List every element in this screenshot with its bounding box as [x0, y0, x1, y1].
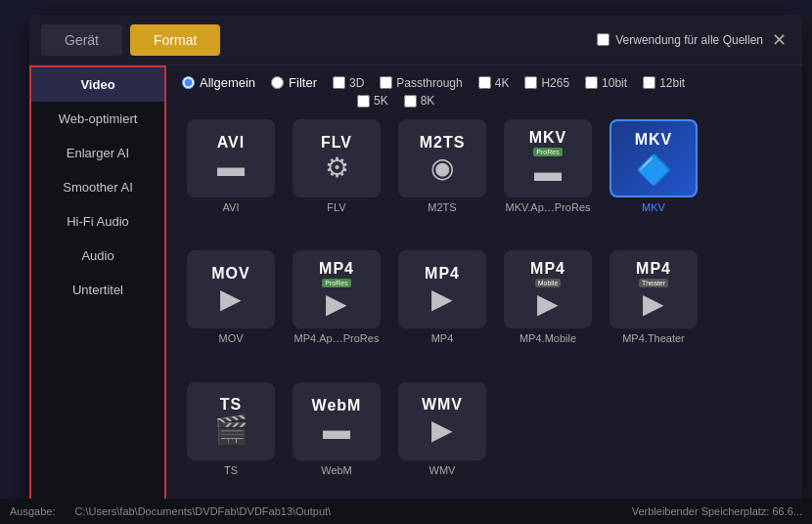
- filters-row-2: 5K 8K: [166, 94, 802, 111]
- format-mkv-prores-label: MKV.Ap…ProRes: [505, 201, 590, 213]
- format-mkv-icon: MKV 🔷: [609, 119, 698, 197]
- sidebar-item-web[interactable]: Web-optimiert: [31, 102, 164, 136]
- checkbox-4k-label: 4K: [495, 76, 510, 90]
- checkbox-8k-label: 8K: [421, 94, 435, 108]
- format-webm-icon: WebM ▬: [293, 382, 381, 460]
- close-button[interactable]: ✕: [767, 28, 790, 52]
- checkbox-12bit-label: 12bit: [659, 76, 685, 90]
- radio-allgemein[interactable]: Allgemein: [182, 75, 255, 90]
- checkbox-3d-label: 3D: [349, 76, 364, 90]
- radio-allgemein-label: Allgemein: [200, 75, 255, 90]
- format-ts[interactable]: TS 🎬 TS: [182, 382, 280, 505]
- format-ts-label: TS: [224, 464, 238, 476]
- checkbox-5k[interactable]: 5K: [357, 94, 388, 108]
- format-mov-icon: MOV ▶: [187, 250, 275, 328]
- formats-grid: AVI ▬ AVI FLV ⚙ FLV M2TS: [166, 111, 802, 513]
- format-mp4-prores-label: MP4.Ap…ProRes: [294, 332, 380, 344]
- sidebar-item-enlarger[interactable]: Enlarger AI: [31, 136, 164, 170]
- format-mp4-icon: MP4 ▶: [398, 250, 486, 328]
- format-flv-icon: FLV ⚙: [293, 119, 381, 197]
- format-wmv-icon: WMV ▶: [398, 382, 486, 460]
- format-webm-label: WebM: [321, 464, 352, 476]
- format-mkv-prores[interactable]: MKV ProRes ▬ MKV.Ap…ProRes: [499, 119, 597, 242]
- tab-format[interactable]: Format: [130, 24, 220, 56]
- sidebar-item-subtitles[interactable]: Untertitel: [31, 273, 164, 307]
- format-mp4-prores-icon: MP4 ProRes ▶: [293, 250, 381, 328]
- modal-header: Gerät Format Verwendung für alle Quellen…: [29, 15, 802, 66]
- format-mp4-theater-label: MP4.Theater: [622, 332, 685, 344]
- format-mov[interactable]: MOV ▶ MOV: [182, 250, 280, 373]
- sidebar-item-audio[interactable]: Audio: [31, 239, 164, 273]
- checkbox-10bit-label: 10bit: [602, 76, 627, 90]
- checkbox-passthrough[interactable]: Passthrough: [380, 76, 462, 90]
- format-m2ts-label: M2TS: [428, 201, 456, 213]
- tab-device[interactable]: Gerät: [41, 24, 122, 56]
- format-mp4-theater-icon: MP4 Theater ▶: [609, 250, 698, 328]
- format-webm[interactable]: WebM ▬ WebM: [288, 382, 385, 505]
- output-label: Ausgabe:: [10, 505, 55, 517]
- sidebar-item-smoother[interactable]: Smoother AI: [31, 170, 164, 204]
- format-mp4-mobile[interactable]: MP4 Mobile ▶ MP4.Mobile: [499, 250, 597, 373]
- checkbox-12bit[interactable]: 12bit: [643, 76, 685, 90]
- checkbox-10bit[interactable]: 10bit: [585, 76, 627, 90]
- use-for-all-container: Verwendung für alle Quellen: [597, 33, 763, 47]
- bottom-bar: Ausgabe: C:\Users\fab\Documents\DVDFab\D…: [0, 499, 812, 524]
- format-mp4[interactable]: MP4 ▶ MP4: [393, 250, 491, 373]
- radio-filter[interactable]: Filter: [271, 75, 317, 90]
- checkbox-h265[interactable]: H265: [524, 76, 569, 90]
- sidebar-item-hifi[interactable]: Hi-Fi Audio: [31, 204, 164, 239]
- checkbox-8k[interactable]: 8K: [404, 94, 435, 108]
- format-avi-label: AVI: [223, 201, 240, 213]
- format-m2ts-icon: M2TS ◉: [398, 119, 486, 197]
- format-m2ts[interactable]: M2TS ◉ M2TS: [393, 119, 491, 242]
- storage-label: Verbleibender Speicherplatz: 66.6...: [632, 505, 802, 517]
- checkbox-h265-label: H265: [541, 76, 569, 90]
- format-mkv[interactable]: MKV 🔷 MKV: [605, 119, 702, 242]
- use-for-all-checkbox[interactable]: [597, 33, 609, 46]
- format-wmv[interactable]: WMV ▶ WMV: [393, 382, 491, 505]
- modal: Gerät Format Verwendung für alle Quellen…: [29, 15, 802, 513]
- format-avi-icon: AVI ▬: [187, 119, 275, 197]
- format-mp4-prores[interactable]: MP4 ProRes ▶ MP4.Ap…ProRes: [288, 250, 385, 373]
- format-mp4-mobile-label: MP4.Mobile: [519, 332, 576, 344]
- format-avi[interactable]: AVI ▬ AVI: [182, 119, 280, 242]
- format-ts-icon: TS 🎬: [187, 382, 275, 460]
- checkbox-3d[interactable]: 3D: [333, 76, 364, 90]
- format-mkv-label: MKV: [642, 201, 665, 213]
- sidebar-item-video[interactable]: Video: [31, 67, 164, 102]
- format-mp4-theater[interactable]: MP4 Theater ▶ MP4.Theater: [605, 250, 702, 373]
- use-for-all-label: Verwendung für alle Quellen: [615, 33, 763, 47]
- modal-body: Video Web-optimiert Enlarger AI Smoother…: [29, 66, 802, 513]
- checkbox-4k[interactable]: 4K: [478, 76, 510, 90]
- format-mp4-label: MP4: [431, 332, 454, 344]
- checkbox-passthrough-label: Passthrough: [396, 76, 462, 90]
- output-path: C:\Users\fab\Documents\DVDFab\DVDFab13\O…: [74, 505, 331, 517]
- checkbox-5k-label: 5K: [374, 94, 388, 108]
- format-mp4-mobile-icon: MP4 Mobile ▶: [504, 250, 592, 328]
- format-flv[interactable]: FLV ⚙ FLV: [288, 119, 385, 242]
- radio-filter-label: Filter: [289, 75, 317, 90]
- format-mkv-prores-icon: MKV ProRes ▬: [504, 119, 592, 197]
- filters-row-1: Allgemein Filter 3D Passthrough 4K: [166, 66, 802, 94]
- sidebar: Video Web-optimiert Enlarger AI Smoother…: [29, 66, 166, 513]
- format-wmv-label: WMV: [429, 464, 456, 476]
- format-mov-label: MOV: [218, 332, 243, 344]
- content-area: Allgemein Filter 3D Passthrough 4K: [166, 66, 802, 513]
- format-flv-label: FLV: [327, 201, 345, 213]
